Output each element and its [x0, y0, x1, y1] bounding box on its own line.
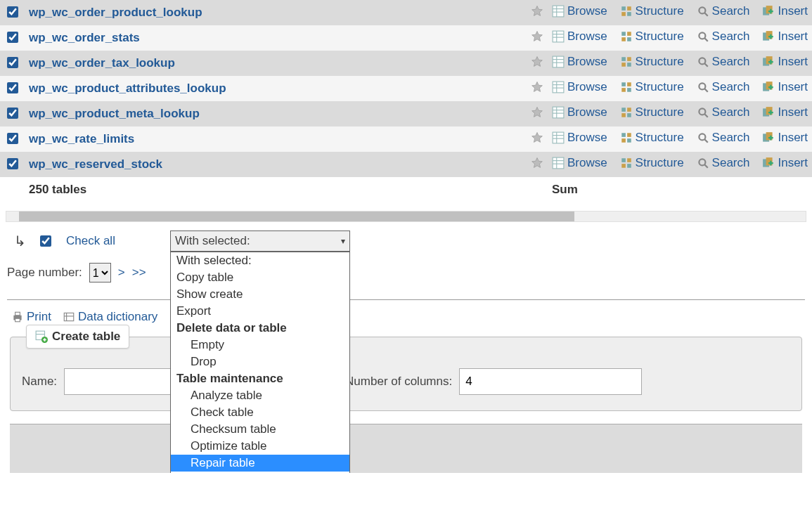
- search-action[interactable]: Search: [697, 156, 750, 170]
- favorite-star-icon[interactable]: [531, 106, 543, 119]
- favorite-star-icon[interactable]: [531, 131, 543, 144]
- search-action[interactable]: Search: [697, 4, 750, 18]
- row-checkbox[interactable]: [7, 158, 18, 169]
- search-action[interactable]: Search: [697, 55, 750, 69]
- footer-bar: [10, 424, 802, 473]
- create-table-legend-label: Create table: [52, 330, 120, 344]
- search-action[interactable]: Search: [697, 30, 750, 44]
- table-name-link[interactable]: wp_wc_product_attributes_lookup: [29, 82, 226, 95]
- table-row: wp_wc_order_statsBrowseStructureSearchIn…: [0, 25, 812, 51]
- dd-empty[interactable]: Empty: [171, 337, 349, 353]
- horizontal-scrollbar[interactable]: [6, 211, 806, 222]
- row-checkbox[interactable]: [7, 108, 18, 119]
- browse-icon: [552, 106, 565, 119]
- structure-icon: [620, 5, 633, 18]
- browse-action[interactable]: Browse: [552, 131, 607, 145]
- dd-maintenance-header: Table maintenance: [171, 370, 349, 387]
- table-name-link[interactable]: wp_wc_order_tax_lookup: [29, 56, 175, 70]
- table-name-link[interactable]: wp_wc_reserved_stock: [29, 157, 162, 171]
- structure-action[interactable]: Structure: [620, 156, 684, 170]
- structure-action[interactable]: Structure: [620, 30, 684, 44]
- last-page-button[interactable]: >>: [132, 266, 146, 280]
- insert-action[interactable]: Insert: [762, 55, 808, 69]
- select-all-arrow-icon: ↳: [14, 233, 25, 249]
- print-label: Print: [27, 310, 51, 324]
- page-number-select[interactable]: 1: [89, 263, 111, 283]
- structure-action[interactable]: Structure: [620, 55, 684, 69]
- search-icon: [697, 30, 709, 43]
- table-name-link[interactable]: wp_wc_product_meta_lookup: [29, 107, 200, 120]
- structure-action[interactable]: Structure: [620, 131, 684, 145]
- dd-delete-header: Delete data or table: [171, 320, 349, 337]
- structure-action[interactable]: Structure: [620, 4, 684, 18]
- columns-input[interactable]: [459, 368, 642, 395]
- insert-action[interactable]: Insert: [762, 131, 808, 145]
- browse-action[interactable]: Browse: [552, 30, 607, 44]
- row-checkbox[interactable]: [7, 133, 18, 144]
- row-checkbox[interactable]: [7, 57, 18, 68]
- with-selected-value: With selected:: [175, 234, 250, 248]
- dd-repair[interactable]: Repair table: [171, 455, 349, 472]
- create-table-legend: Create table: [26, 325, 129, 349]
- row-checkbox[interactable]: [7, 82, 18, 93]
- insert-action[interactable]: Insert: [762, 156, 808, 170]
- row-checkbox[interactable]: [7, 6, 18, 18]
- dd-check[interactable]: Check table: [171, 404, 349, 421]
- insert-action[interactable]: Insert: [762, 105, 808, 119]
- structure-icon: [620, 81, 633, 93]
- table-name-link[interactable]: wp_wc_order_stats: [29, 31, 140, 44]
- insert-action[interactable]: Insert: [762, 80, 808, 94]
- dd-show-create[interactable]: Show create: [171, 286, 349, 303]
- browse-action[interactable]: Browse: [552, 105, 607, 119]
- check-all-checkbox[interactable]: [40, 235, 51, 247]
- favorite-star-icon[interactable]: [531, 81, 543, 93]
- favorite-star-icon[interactable]: [531, 157, 543, 169]
- structure-action[interactable]: Structure: [620, 105, 684, 119]
- data-dictionary-icon: [63, 311, 75, 323]
- table-row: wp_wc_order_tax_lookupBrowseStructureSea…: [0, 51, 812, 76]
- insert-action[interactable]: Insert: [762, 4, 808, 18]
- row-checkbox[interactable]: [7, 32, 18, 43]
- search-icon: [697, 106, 709, 119]
- browse-action[interactable]: Browse: [552, 55, 607, 69]
- browse-action[interactable]: Browse: [552, 4, 607, 18]
- structure-icon: [620, 131, 633, 144]
- browse-icon: [552, 5, 565, 18]
- dd-export[interactable]: Export: [171, 303, 349, 320]
- dd-optimize[interactable]: Optimize table: [171, 438, 349, 455]
- search-icon: [697, 81, 709, 93]
- insert-action[interactable]: Insert: [762, 30, 808, 44]
- data-dictionary-link[interactable]: Data dictionary: [63, 310, 157, 324]
- favorite-star-icon[interactable]: [531, 30, 543, 43]
- print-link[interactable]: Print: [11, 310, 51, 324]
- name-label: Name:: [22, 375, 57, 389]
- browse-action[interactable]: Browse: [552, 156, 607, 170]
- with-selected-dropdown[interactable]: With selected: ▾: [170, 230, 350, 252]
- insert-icon: [762, 131, 775, 144]
- check-all-label[interactable]: Check all: [66, 234, 115, 248]
- structure-action[interactable]: Structure: [620, 80, 684, 94]
- browse-icon: [552, 30, 565, 43]
- dd-checksum[interactable]: Checksum table: [171, 421, 349, 438]
- dd-prefix-header: Prefix: [171, 472, 349, 473]
- search-action[interactable]: Search: [697, 131, 750, 145]
- search-icon: [697, 157, 709, 169]
- dd-drop[interactable]: Drop: [171, 353, 349, 370]
- search-action[interactable]: Search: [697, 80, 750, 94]
- dd-analyze[interactable]: Analyze table: [171, 387, 349, 404]
- insert-icon: [762, 81, 775, 93]
- next-page-button[interactable]: >: [118, 266, 125, 280]
- favorite-star-icon[interactable]: [531, 56, 543, 68]
- dd-copy-table[interactable]: Copy table: [171, 269, 349, 286]
- table-name-link[interactable]: wp_wc_order_product_lookup: [29, 6, 202, 19]
- table-name-link[interactable]: wp_wc_rate_limits: [29, 132, 134, 145]
- browse-icon: [552, 131, 565, 144]
- search-icon: [697, 56, 709, 68]
- search-action[interactable]: Search: [697, 105, 750, 119]
- page-number-label: Page number:: [7, 266, 82, 280]
- insert-icon: [762, 5, 775, 18]
- structure-icon: [620, 157, 633, 169]
- dd-with-selected[interactable]: With selected:: [171, 252, 349, 269]
- browse-action[interactable]: Browse: [552, 80, 607, 94]
- favorite-star-icon[interactable]: [531, 5, 543, 18]
